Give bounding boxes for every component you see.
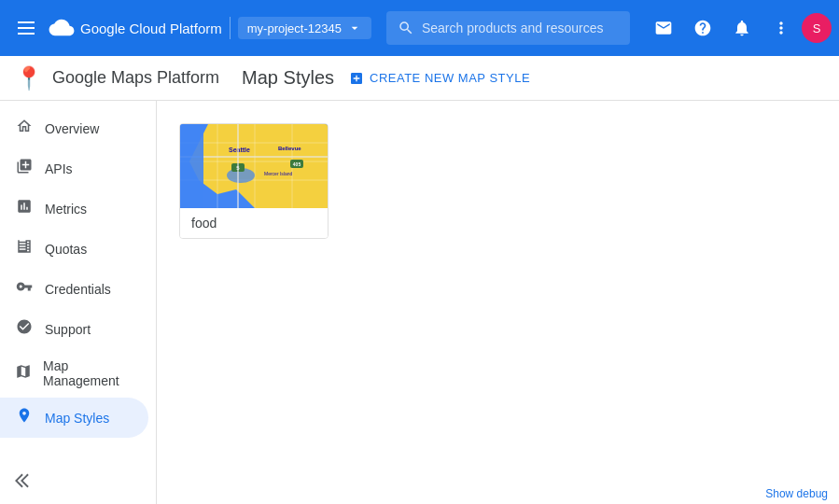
dropdown-arrow-icon — [347, 21, 362, 35]
sidebar-item-map-management[interactable]: Map Management — [0, 349, 148, 398]
sidebar-item-overview-label: Overview — [45, 121, 99, 136]
sidebar-item-credentials-label: Credentials — [45, 282, 111, 297]
metrics-icon — [15, 198, 34, 219]
top-navigation-bar: Google Cloud Platform my-project-12345 S — [0, 0, 839, 56]
sidebar-item-support-label: Support — [45, 322, 91, 337]
help-icon — [693, 19, 712, 37]
cloud-logo-icon — [49, 15, 75, 41]
second-bar: 📍 Google Maps Platform Map Styles CREATE… — [0, 56, 839, 101]
app-title: Google Cloud Platform — [80, 21, 222, 36]
sidebar-item-map-styles-label: Map Styles — [45, 411, 109, 426]
user-avatar[interactable]: S — [802, 13, 832, 43]
sidebar-item-map-styles[interactable]: Map Styles — [0, 398, 148, 438]
page-header: Map Styles CREATE NEW MAP STYLE — [242, 67, 824, 89]
maps-pin-icon: 📍 — [15, 65, 43, 91]
svg-text:Mercer Island: Mercer Island — [264, 171, 293, 176]
main-layout: Overview APIs Metrics Quotas — [0, 101, 839, 504]
sidebar-item-metrics[interactable]: Metrics — [0, 189, 148, 229]
more-vert-icon — [772, 19, 790, 37]
map-style-card-food[interactable]: Seattle Bellevue Mercer Island 5 405 fo — [179, 123, 329, 239]
map-management-icon — [15, 363, 32, 385]
cloud-logo-area: Google Cloud Platform — [49, 15, 222, 41]
overview-icon — [15, 118, 34, 139]
sidebar-collapse-button[interactable] — [0, 465, 156, 497]
email-icon — [654, 19, 673, 37]
sidebar-item-quotas-label: Quotas — [45, 242, 87, 257]
show-debug-button[interactable]: Show debug — [754, 483, 839, 504]
credentials-icon — [15, 278, 34, 300]
maps-logo-area: 📍 Google Maps Platform — [15, 65, 219, 91]
svg-text:Bellevue: Bellevue — [278, 146, 301, 151]
sidebar-item-map-management-label: Map Management — [43, 358, 133, 388]
create-label: CREATE NEW MAP STYLE — [370, 71, 530, 85]
map-thumbnail: Seattle Bellevue Mercer Island 5 405 — [180, 124, 329, 208]
sidebar-item-credentials[interactable]: Credentials — [0, 269, 148, 309]
title-divider — [230, 17, 231, 39]
collapse-sidebar-icon — [15, 472, 32, 489]
sidebar-item-apis[interactable]: APIs — [0, 148, 148, 189]
map-styles-icon — [15, 407, 34, 428]
sidebar-item-metrics-label: Metrics — [45, 202, 87, 217]
email-icon-button[interactable] — [645, 9, 682, 47]
map-preview-image: Seattle Bellevue Mercer Island 5 405 — [180, 124, 329, 208]
menu-button[interactable] — [7, 9, 45, 47]
notifications-icon — [733, 19, 751, 37]
map-style-name: food — [180, 208, 328, 238]
top-bar-actions: S — [645, 9, 832, 47]
sidebar-item-quotas[interactable]: Quotas — [0, 229, 148, 269]
sidebar: Overview APIs Metrics Quotas — [0, 101, 157, 504]
sidebar-item-overview[interactable]: Overview — [0, 108, 148, 148]
svg-text:Seattle: Seattle — [229, 147, 250, 153]
sidebar-item-apis-label: APIs — [45, 161, 73, 176]
notifications-icon-button[interactable] — [723, 9, 761, 47]
debug-label: Show debug — [765, 487, 828, 500]
help-icon-button[interactable] — [684, 9, 721, 47]
add-icon — [349, 71, 364, 86]
support-icon — [15, 318, 34, 340]
content-area: Seattle Bellevue Mercer Island 5 405 fo — [157, 101, 839, 504]
search-icon — [398, 20, 414, 36]
search-bar[interactable] — [386, 11, 630, 45]
project-name: my-project-12345 — [247, 21, 342, 35]
quotas-icon — [15, 238, 34, 259]
project-selector[interactable]: my-project-12345 — [238, 17, 371, 39]
svg-rect-16 — [180, 124, 203, 208]
sidebar-item-support[interactable]: Support — [0, 309, 148, 349]
maps-platform-title: Google Maps Platform — [52, 68, 219, 88]
svg-text:405: 405 — [293, 161, 301, 167]
page-title: Map Styles — [242, 67, 334, 89]
apis-icon — [15, 158, 34, 179]
search-input[interactable] — [422, 21, 619, 35]
create-new-map-style-button[interactable]: CREATE NEW MAP STYLE — [349, 71, 530, 86]
more-options-button[interactable] — [762, 9, 800, 47]
